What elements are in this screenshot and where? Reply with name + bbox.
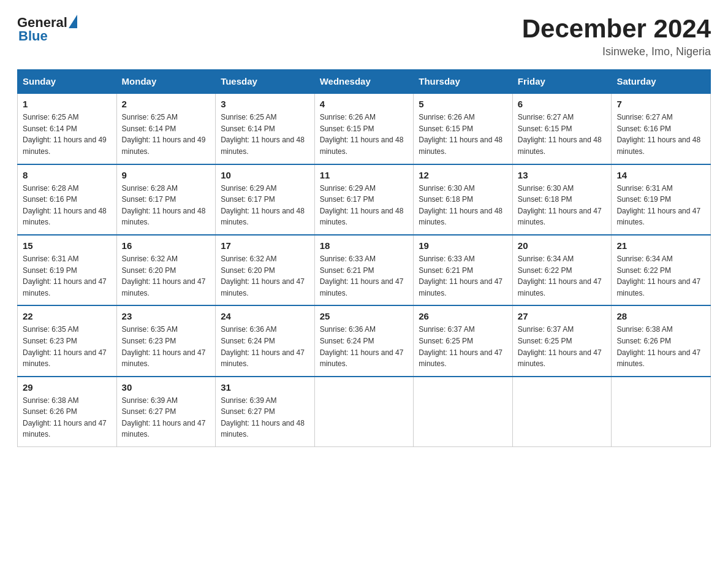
calendar-table: SundayMondayTuesdayWednesdayThursdayFrid… [17,69,711,447]
day-info: Sunrise: 6:28 AMSunset: 6:16 PMDaylight:… [23,183,112,228]
day-number: 10 [221,170,309,180]
calendar-cell: 19Sunrise: 6:33 AMSunset: 6:21 PMDayligh… [414,235,513,305]
location-subtitle: Isinweke, Imo, Nigeria [522,45,711,58]
calendar-cell: 23Sunrise: 6:35 AMSunset: 6:23 PMDayligh… [116,305,216,376]
day-info: Sunrise: 6:38 AMSunset: 6:26 PMDaylight:… [23,395,112,440]
calendar-cell: 13Sunrise: 6:30 AMSunset: 6:18 PMDayligh… [512,164,612,235]
calendar-cell: 20Sunrise: 6:34 AMSunset: 6:22 PMDayligh… [512,235,612,305]
day-info: Sunrise: 6:29 AMSunset: 6:17 PMDaylight:… [221,183,309,228]
day-info: Sunrise: 6:25 AMSunset: 6:14 PMDaylight:… [122,112,211,157]
main-title: December 2024 [522,15,711,43]
calendar-cell: 14Sunrise: 6:31 AMSunset: 6:19 PMDayligh… [612,164,711,235]
day-info: Sunrise: 6:38 AMSunset: 6:26 PMDaylight:… [616,324,705,369]
day-number: 30 [122,382,211,393]
day-number: 16 [122,240,211,251]
calendar-cell: 4Sunrise: 6:26 AMSunset: 6:15 PMDaylight… [314,93,414,164]
day-info: Sunrise: 6:34 AMSunset: 6:22 PMDaylight:… [616,253,705,299]
header-thursday: Thursday [414,70,513,94]
day-number: 9 [122,170,211,180]
calendar-cell: 9Sunrise: 6:28 AMSunset: 6:17 PMDaylight… [116,164,216,235]
day-number: 12 [419,170,507,180]
day-number: 2 [122,99,211,109]
calendar-cell: 2Sunrise: 6:25 AMSunset: 6:14 PMDaylight… [116,93,216,164]
day-number: 5 [419,99,507,109]
day-info: Sunrise: 6:28 AMSunset: 6:17 PMDaylight:… [122,183,211,228]
day-number: 1 [23,99,112,109]
day-info: Sunrise: 6:26 AMSunset: 6:15 PMDaylight:… [419,112,507,157]
day-info: Sunrise: 6:35 AMSunset: 6:23 PMDaylight:… [122,324,211,369]
calendar-cell [512,377,612,447]
week-row-5: 29Sunrise: 6:38 AMSunset: 6:26 PMDayligh… [18,377,711,447]
logo: General Blue [17,15,77,44]
day-number: 26 [419,311,507,321]
calendar-cell: 29Sunrise: 6:38 AMSunset: 6:26 PMDayligh… [18,377,117,447]
calendar-cell: 28Sunrise: 6:38 AMSunset: 6:26 PMDayligh… [612,305,711,376]
calendar-cell [414,377,513,447]
header-wednesday: Wednesday [314,70,414,94]
calendar-cell: 7Sunrise: 6:27 AMSunset: 6:16 PMDaylight… [612,93,711,164]
calendar-cell: 30Sunrise: 6:39 AMSunset: 6:27 PMDayligh… [116,377,216,447]
day-info: Sunrise: 6:34 AMSunset: 6:22 PMDaylight:… [518,253,607,299]
day-number: 6 [518,99,607,109]
day-info: Sunrise: 6:31 AMSunset: 6:19 PMDaylight:… [616,183,705,228]
calendar-cell: 24Sunrise: 6:36 AMSunset: 6:24 PMDayligh… [216,305,315,376]
week-row-2: 8Sunrise: 6:28 AMSunset: 6:16 PMDaylight… [18,164,711,235]
day-info: Sunrise: 6:33 AMSunset: 6:21 PMDaylight:… [419,253,507,299]
calendar-cell: 10Sunrise: 6:29 AMSunset: 6:17 PMDayligh… [216,164,315,235]
day-number: 3 [221,99,309,109]
day-number: 24 [221,311,309,321]
logo-blue-text: Blue [18,28,48,44]
day-info: Sunrise: 6:32 AMSunset: 6:20 PMDaylight:… [221,253,309,299]
day-info: Sunrise: 6:30 AMSunset: 6:18 PMDaylight:… [518,183,607,228]
day-number: 17 [221,240,309,251]
day-info: Sunrise: 6:37 AMSunset: 6:25 PMDaylight:… [419,324,507,369]
logo-triangle-icon [69,15,77,28]
day-number: 19 [419,240,507,251]
calendar-cell: 21Sunrise: 6:34 AMSunset: 6:22 PMDayligh… [612,235,711,305]
day-number: 14 [616,170,705,180]
calendar-cell: 17Sunrise: 6:32 AMSunset: 6:20 PMDayligh… [216,235,315,305]
calendar-cell [612,377,711,447]
header-tuesday: Tuesday [216,70,315,94]
day-number: 15 [23,240,112,251]
day-number: 23 [122,311,211,321]
calendar-cell: 16Sunrise: 6:32 AMSunset: 6:20 PMDayligh… [116,235,216,305]
calendar-cell: 31Sunrise: 6:39 AMSunset: 6:27 PMDayligh… [216,377,315,447]
page-header: General Blue December 2024 Isinweke, Imo… [17,15,711,58]
title-section: December 2024 Isinweke, Imo, Nigeria [522,15,711,58]
header-saturday: Saturday [612,70,711,94]
calendar-cell: 26Sunrise: 6:37 AMSunset: 6:25 PMDayligh… [414,305,513,376]
day-number: 28 [616,311,705,321]
calendar-cell: 25Sunrise: 6:36 AMSunset: 6:24 PMDayligh… [314,305,414,376]
week-row-4: 22Sunrise: 6:35 AMSunset: 6:23 PMDayligh… [18,305,711,376]
day-info: Sunrise: 6:27 AMSunset: 6:16 PMDaylight:… [616,112,705,157]
day-info: Sunrise: 6:29 AMSunset: 6:17 PMDaylight:… [320,183,409,228]
calendar-cell: 11Sunrise: 6:29 AMSunset: 6:17 PMDayligh… [314,164,414,235]
day-info: Sunrise: 6:39 AMSunset: 6:27 PMDaylight:… [122,395,211,440]
day-number: 4 [320,99,409,109]
day-number: 22 [23,311,112,321]
day-info: Sunrise: 6:30 AMSunset: 6:18 PMDaylight:… [419,183,507,228]
day-number: 31 [221,382,309,393]
calendar-cell: 1Sunrise: 6:25 AMSunset: 6:14 PMDaylight… [18,93,117,164]
day-number: 18 [320,240,409,251]
day-info: Sunrise: 6:36 AMSunset: 6:24 PMDaylight:… [320,324,409,369]
calendar-cell: 18Sunrise: 6:33 AMSunset: 6:21 PMDayligh… [314,235,414,305]
day-info: Sunrise: 6:32 AMSunset: 6:20 PMDaylight:… [122,253,211,299]
header-monday: Monday [116,70,216,94]
week-row-1: 1Sunrise: 6:25 AMSunset: 6:14 PMDaylight… [18,93,711,164]
day-number: 29 [23,382,112,393]
day-info: Sunrise: 6:25 AMSunset: 6:14 PMDaylight:… [221,112,309,157]
header-friday: Friday [512,70,612,94]
day-info: Sunrise: 6:36 AMSunset: 6:24 PMDaylight:… [221,324,309,369]
day-info: Sunrise: 6:25 AMSunset: 6:14 PMDaylight:… [23,112,112,157]
calendar-header-row: SundayMondayTuesdayWednesdayThursdayFrid… [18,70,711,94]
day-number: 7 [616,99,705,109]
day-number: 21 [616,240,705,251]
day-info: Sunrise: 6:39 AMSunset: 6:27 PMDaylight:… [221,395,309,440]
day-info: Sunrise: 6:27 AMSunset: 6:15 PMDaylight:… [518,112,607,157]
calendar-cell: 15Sunrise: 6:31 AMSunset: 6:19 PMDayligh… [18,235,117,305]
day-info: Sunrise: 6:33 AMSunset: 6:21 PMDaylight:… [320,253,409,299]
day-number: 13 [518,170,607,180]
calendar-cell: 22Sunrise: 6:35 AMSunset: 6:23 PMDayligh… [18,305,117,376]
